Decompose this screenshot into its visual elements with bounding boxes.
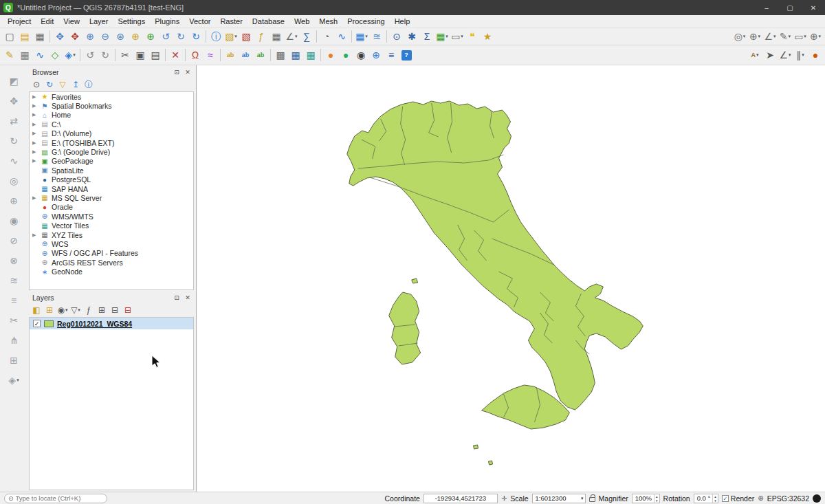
menu-mesh[interactable]: Mesh (314, 16, 342, 27)
add-ring-button[interactable]: ◎ (6, 173, 21, 188)
move-label-button[interactable]: ab (238, 47, 253, 63)
browser-item-wcs[interactable]: ⊕WCS (30, 239, 193, 248)
browser-item-vector-tiles[interactable]: ▦Vector Tiles (30, 221, 193, 230)
split-features-button[interactable]: ✂ (6, 313, 21, 328)
layout-dropdown-button[interactable]: ▭▾ (793, 29, 808, 44)
browser-item-sap-hana[interactable]: ▦SAP HANA (30, 184, 193, 193)
annotation-dropdown-button[interactable]: ✎▾ (778, 29, 793, 44)
menu-edit[interactable]: Edit (36, 16, 58, 27)
add-part-button[interactable]: ⊕ (6, 193, 21, 208)
simplify-feature-button[interactable]: ∿ (6, 153, 21, 168)
elba-island[interactable] (412, 278, 418, 283)
magnifier-spinner[interactable]: 100% ▴ ▾ (632, 494, 660, 503)
cut-features-button[interactable]: ✂ (118, 47, 133, 63)
render-checkbox[interactable]: ✓ Render (722, 494, 754, 503)
metasearch-button[interactable]: ⊕ (368, 47, 384, 63)
delete-part-button[interactable]: ⊗ (6, 253, 21, 268)
save-layer-edits-button[interactable]: ▦ (17, 47, 32, 63)
small-island-south-1[interactable] (474, 445, 478, 449)
close-button[interactable]: ✕ (802, 0, 825, 15)
open-layer-styling-button[interactable]: ◧ (30, 304, 43, 316)
italy-mainland[interactable] (347, 101, 644, 410)
menu-processing[interactable]: Processing (342, 16, 389, 27)
refresh-map-button[interactable]: ↻ (188, 29, 204, 44)
browser-item-postgresql[interactable]: ●PostgreSQL (30, 175, 193, 184)
zoom-next-button[interactable]: ↻ (173, 29, 188, 44)
browser-item-ms-sql-server[interactable]: ▶▦MS SQL Server (30, 193, 193, 202)
elevation-profile-button[interactable]: ∿ (334, 29, 349, 44)
statistical-summary-button[interactable]: ∑ (299, 29, 314, 44)
add-feature-button[interactable]: ◇ (47, 47, 63, 63)
manage-map-themes-button[interactable]: ◉▾ (56, 304, 69, 316)
georeferencer-button[interactable]: ▩ (273, 47, 288, 63)
menu-view[interactable]: View (58, 16, 85, 27)
mesh-calculator-button[interactable]: ▦ (303, 47, 318, 63)
map-tips-button[interactable]: ❝ (465, 29, 480, 44)
locate-box[interactable]: ⊙ (4, 494, 107, 503)
delete-selected-button[interactable]: ✕ (168, 47, 183, 63)
zoom-to-selection-button[interactable]: ⊕ (128, 29, 143, 44)
small-island-south-2[interactable] (489, 461, 493, 465)
offset-curve-button[interactable]: ≡ (6, 293, 21, 308)
browser-item-geopackage[interactable]: ▶▣GeoPackage (30, 157, 193, 166)
statistics-button[interactable]: Σ (419, 29, 434, 44)
merge-features-button[interactable]: ⊞ (6, 353, 21, 368)
browser-item-c[interactable]: ▶▤C:\ (30, 120, 193, 129)
delete-ring-button[interactable]: ⊘ (6, 233, 21, 248)
maximize-button[interactable]: ▢ (778, 0, 802, 15)
new-map-view-button[interactable]: ▦▾ (354, 29, 369, 44)
raster-calculator-button[interactable]: ▦ (288, 47, 303, 63)
browser-item-d-volume[interactable]: ▶▤D:\ (Volume) (30, 129, 193, 138)
minimize-button[interactable]: – (755, 0, 778, 15)
menu-vector[interactable]: Vector (184, 16, 215, 27)
menu-help[interactable]: Help (390, 16, 415, 27)
filter-by-expression-button[interactable]: ƒ (82, 304, 95, 316)
vertex-tool-button[interactable]: ◈▾ (63, 47, 78, 63)
layer-labeling-button[interactable]: ab (223, 47, 238, 63)
search-browser-button[interactable]: ⊙ (30, 78, 43, 91)
sardinia-island[interactable] (389, 292, 421, 364)
browser-item-wfs-ogc-api-features[interactable]: ⊕WFS / OGC API - Features (30, 249, 193, 258)
zoom-in-button[interactable]: ⊕ (82, 29, 98, 44)
undock-icon[interactable]: ⊡ (173, 294, 181, 301)
redo-button[interactable]: ↻ (98, 47, 113, 63)
layer-item[interactable]: ✓Reg01012021_WGS84 (30, 318, 193, 329)
browser-item-oracle[interactable]: ●Oracle (30, 203, 193, 212)
measure-dropdown-button[interactable]: ∠▾ (762, 29, 778, 44)
identify-features-button[interactable]: ⓘ (208, 29, 223, 44)
paste-features-button[interactable]: ▤ (148, 47, 163, 63)
open-attribute-table-button[interactable]: ▦ (269, 29, 284, 44)
zoom-dropdown-button[interactable]: ⊕▾ (747, 29, 762, 44)
print-layout-button[interactable]: ▭▾ (450, 29, 465, 44)
copy-move-feature-button[interactable]: ⇄ (6, 113, 21, 129)
browser-item-e-toshiba-ext[interactable]: ▶▤E:\ (TOSHIBA EXT) (30, 138, 193, 147)
python-console-button[interactable]: ≡ (384, 47, 399, 63)
qgis2web-button[interactable]: ● (338, 47, 353, 63)
open-project-button[interactable]: ▤ (17, 29, 32, 44)
remove-layer-button[interactable]: ⊟ (122, 304, 134, 316)
collapse-all-button[interactable]: ⊟ (109, 304, 121, 316)
virtual-layer-button[interactable]: ▦▾ (434, 29, 450, 44)
browser-item-g-google-drive[interactable]: ▶▤G:\ (Google Drive) (30, 147, 193, 156)
split-parts-button[interactable]: ⋔ (6, 333, 21, 348)
pan-to-selection-button[interactable]: ✥ (67, 29, 82, 44)
filter-legend-button[interactable]: ▽▾ (69, 304, 82, 316)
close-icon[interactable]: ✕ (184, 69, 192, 76)
pan-map-button[interactable]: ✥ (52, 29, 67, 44)
processing-toolbox-button[interactable]: ✱ (404, 29, 419, 44)
scale-combo[interactable]: 1:6012300 ▾ (532, 494, 586, 503)
properties-widget-button[interactable]: ⓘ (82, 78, 95, 91)
vertex-tool-side-button[interactable]: ◈▾ (6, 373, 21, 388)
browser-item-arcgis-rest-servers[interactable]: ⊕ArcGIS REST Servers (30, 258, 193, 267)
expand-all-button[interactable]: ⊞ (96, 304, 108, 316)
snapping-options-button[interactable]: Ω (188, 47, 203, 63)
select-features-button[interactable]: ▧▾ (223, 29, 239, 44)
check-labels-button[interactable]: ab (253, 47, 268, 63)
digitize-curve-button[interactable]: ∿ (32, 47, 47, 63)
help-contents-button[interactable]: ? (399, 47, 414, 63)
browser-item-xyz-tiles[interactable]: ▶▦XYZ Tiles (30, 230, 193, 239)
menu-web[interactable]: Web (289, 16, 314, 27)
crs-label[interactable]: EPSG:32632 (767, 494, 809, 503)
zoom-out-button[interactable]: ⊖ (98, 29, 113, 44)
crs-dropdown-button[interactable]: ⊕▾ (808, 29, 823, 44)
